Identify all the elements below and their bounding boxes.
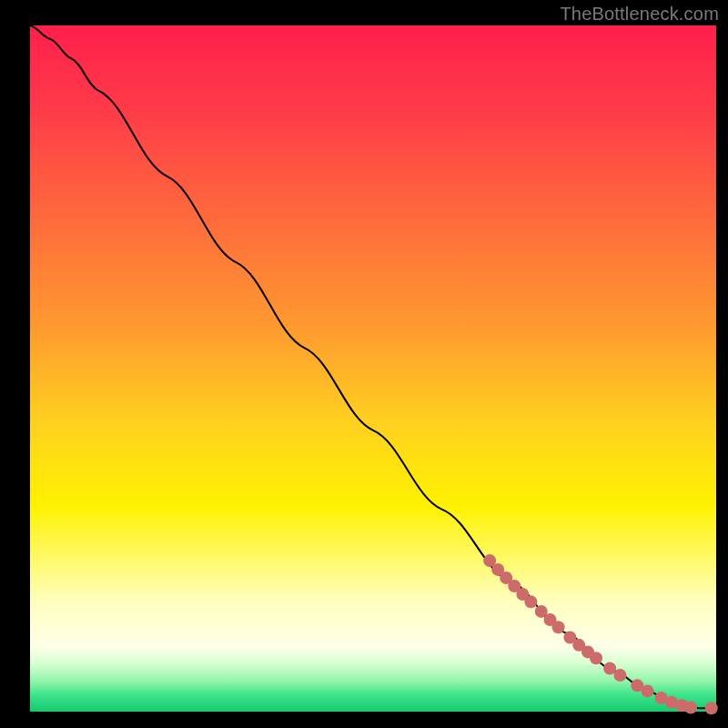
curve-marker bbox=[642, 684, 654, 697]
chart-stage: TheBottleneck.com bbox=[0, 0, 728, 728]
curve-marker bbox=[684, 701, 697, 713]
curve-marker bbox=[705, 702, 718, 714]
plot-background bbox=[30, 25, 716, 712]
curve-marker bbox=[590, 652, 602, 664]
bottleneck-chart bbox=[0, 0, 728, 728]
curve-marker bbox=[552, 621, 565, 633]
curve-marker bbox=[524, 595, 537, 608]
curve-marker bbox=[613, 669, 626, 682]
